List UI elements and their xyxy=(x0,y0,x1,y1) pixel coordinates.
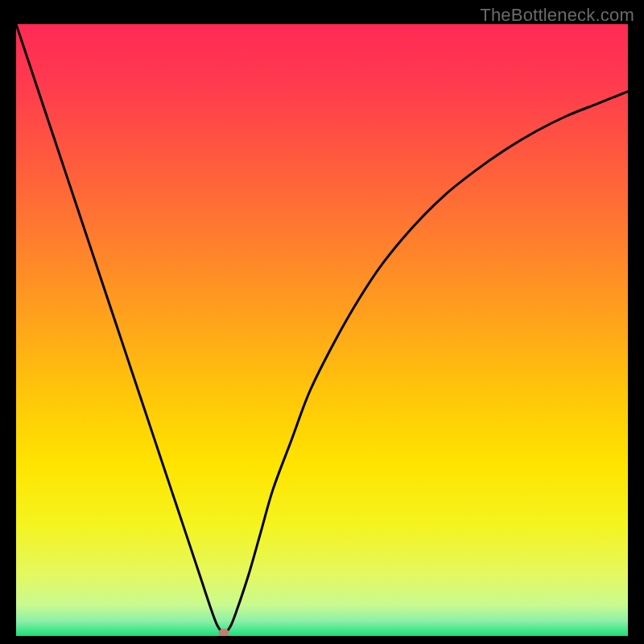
plot-area xyxy=(16,24,628,636)
heatmap-background xyxy=(16,24,628,636)
watermark-text: TheBottleneck.com xyxy=(480,5,634,26)
chart-svg xyxy=(16,24,628,636)
chart-frame: TheBottleneck.com xyxy=(0,0,644,644)
minimum-marker xyxy=(219,629,229,636)
